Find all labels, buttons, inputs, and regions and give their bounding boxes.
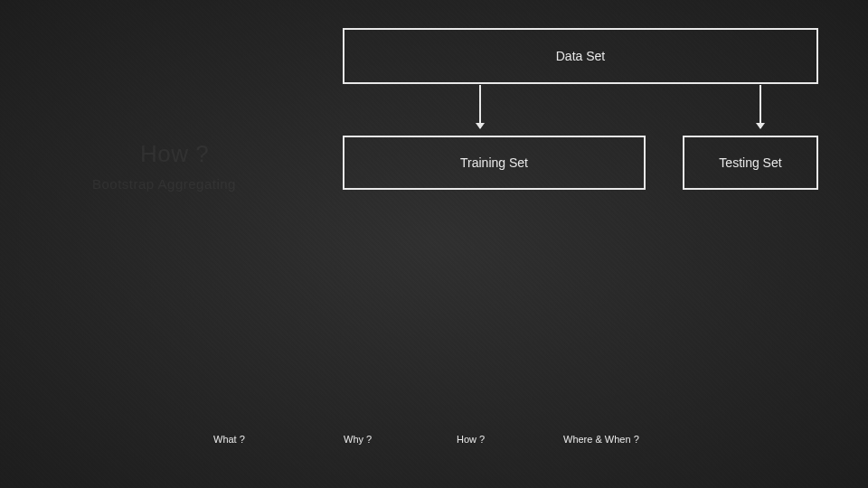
arrow-to-training [479, 85, 481, 128]
nav-where-when[interactable]: Where & When ? [563, 434, 639, 445]
nav-what-label: What ? [213, 434, 245, 445]
ghost-subheading: Bootstrap Aggregating [92, 176, 236, 192]
nav-what[interactable]: What ? [213, 434, 245, 445]
ghost-sub-text: Bootstrap Aggregating [92, 176, 236, 192]
nav-how-label: How ? [457, 434, 485, 445]
dataset-box: Data Set [343, 28, 818, 84]
testing-box: Testing Set [683, 136, 818, 190]
nav-how[interactable]: How ? [457, 434, 485, 445]
testing-label: Testing Set [719, 155, 781, 170]
dataset-label: Data Set [556, 49, 605, 63]
ghost-heading: How ? [140, 140, 209, 168]
arrow-to-testing [760, 85, 761, 128]
ghost-heading-text: How ? [140, 140, 209, 167]
training-label: Training Set [460, 155, 528, 170]
nav-why-label: Why ? [344, 434, 372, 445]
nav-why[interactable]: Why ? [344, 434, 372, 445]
nav-where-when-label: Where & When ? [563, 434, 639, 445]
training-box: Training Set [343, 136, 646, 190]
